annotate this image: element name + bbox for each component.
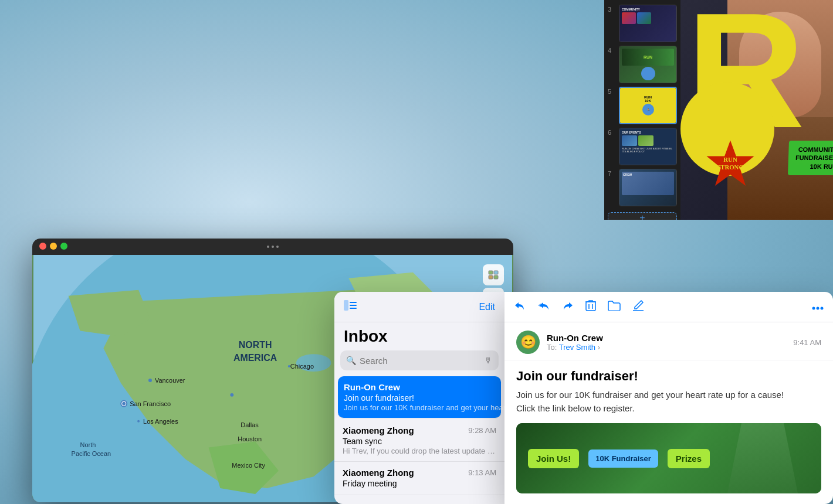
slide-item-6[interactable]: 6 OUR EVENTS RUN-ON CREW ISN'T JUST ABOU…: [608, 128, 677, 165]
slide-thumb-3[interactable]: COMMUNITY: [619, 5, 677, 42]
prizes-badge: Prizes: [668, 449, 710, 468]
mail-datetime: 9:41 AM: [793, 338, 821, 347]
mail-image-preview: Join Us! 10K Fundraiser Prizes: [516, 423, 821, 493]
slide-number-7: 7: [608, 169, 616, 177]
svg-point-37: [812, 307, 815, 310]
mail-sidebar-header: Edit: [334, 292, 504, 322]
community-fundraiser-text: COMMUNITYFUNDRAISER10K RUN: [788, 141, 833, 175]
search-icon: 🔍: [346, 356, 356, 365]
sender-name: Run-On Crew: [547, 333, 603, 343]
recipient-name[interactable]: Trev Smith: [559, 343, 595, 352]
slide-number-6: 6: [608, 128, 616, 136]
trash-button[interactable]: [585, 299, 596, 314]
preview-image: R COMMUNITYFUNDRAISER10K RUN RUN STRONG: [680, 0, 833, 220]
svg-text:Chicago: Chicago: [290, 363, 314, 370]
svg-text:STRONG: STRONG: [717, 164, 744, 171]
svg-rect-25: [489, 275, 493, 279]
forward-button[interactable]: [562, 300, 574, 314]
mail-sidebar: Edit Inbox 🔍 🎙 Run-On Crew 9:41 AM Join …: [334, 292, 504, 504]
sidebar-toggle-button[interactable]: [344, 300, 357, 314]
slide-item-4[interactable]: 4 RUN: [608, 46, 677, 83]
svg-point-39: [821, 307, 824, 310]
slide3-community-label: COMMUNITY: [622, 8, 674, 11]
svg-text:North: North: [80, 441, 96, 448]
sender-to: To: Trev Smith ›: [547, 343, 603, 352]
svg-rect-23: [489, 271, 493, 274]
svg-rect-32: [586, 302, 595, 311]
svg-point-14: [137, 420, 140, 423]
mail-item-0[interactable]: Run-On Crew 9:41 AM Join our fundraiser!…: [338, 376, 501, 418]
slide-item-3[interactable]: 3 COMMUNITY: [608, 5, 677, 42]
inbox-title: Inbox: [334, 322, 504, 350]
reply-button[interactable]: [514, 300, 526, 314]
dot2: [272, 246, 274, 248]
reply-all-button[interactable]: [537, 300, 550, 314]
slide-thumb-5[interactable]: RUN 10K 🏃: [619, 87, 677, 124]
mail-preview-1: Hi Trev, If you could drop the latest up…: [343, 447, 496, 455]
mail-detail-subject: Join our fundraiser!: [504, 360, 833, 389]
slides-list: 3 COMMUNITY 4 RUN: [604, 0, 680, 220]
slide-thumb-6[interactable]: OUR EVENTS RUN-ON CREW ISN'T JUST ABOUT …: [619, 128, 677, 165]
svg-rect-26: [494, 275, 498, 279]
body-line1: Join us for our 10K fundraiser and get y…: [516, 390, 784, 400]
minimize-button[interactable]: [50, 243, 57, 250]
mail-detail-body: Join us for our 10K fundraiser and get y…: [504, 389, 833, 415]
map-titlebar: [32, 239, 513, 255]
add-slide-button[interactable]: +: [608, 212, 677, 220]
mail-subject-1: Team sync: [343, 437, 496, 446]
map-window-dots: [39, 246, 506, 248]
slides-panel: 3 COMMUNITY 4 RUN: [604, 0, 833, 220]
mail-subject-2: Friday meeting: [343, 479, 496, 488]
svg-text:RUN: RUN: [723, 156, 737, 163]
compose-button[interactable]: [632, 299, 644, 314]
folder-button[interactable]: [608, 300, 621, 314]
svg-text:Mexico City: Mexico City: [232, 462, 265, 469]
dot3: [276, 246, 279, 248]
svg-rect-29: [350, 302, 357, 303]
mail-time-1: 9:28 AM: [468, 426, 496, 435]
dot1: [267, 246, 269, 248]
slide-number-5: 5: [608, 87, 616, 95]
sender-avatar: 😊: [516, 331, 540, 354]
10k-fundraiser-badge: 10K Fundraiser: [588, 449, 658, 468]
svg-point-12: [122, 402, 126, 406]
svg-text:AMERICA: AMERICA: [233, 353, 277, 363]
map-style-button[interactable]: [483, 264, 504, 285]
search-input[interactable]: [360, 356, 481, 366]
svg-point-10: [230, 393, 233, 397]
slide-item-7[interactable]: 7 CREW: [608, 169, 677, 206]
slide-item-5[interactable]: 5 RUN 10K 🏃: [608, 87, 677, 124]
svg-point-8: [148, 379, 152, 382]
svg-rect-31: [350, 308, 357, 309]
slide4-run-label: RUN: [644, 55, 652, 59]
slide-number-4: 4: [608, 46, 616, 54]
svg-text:Houston: Houston: [238, 435, 262, 442]
mail-sender-0: Run-On Crew: [344, 382, 400, 392]
mail-detail-header: 😊 Run-On Crew To: Trev Smith › 9:41 AM: [504, 322, 833, 360]
svg-point-38: [817, 307, 820, 310]
more-options-button[interactable]: [812, 301, 824, 313]
maximize-button[interactable]: [60, 243, 67, 250]
svg-rect-28: [344, 300, 348, 311]
slide-thumb-4[interactable]: RUN: [619, 46, 677, 83]
window-controls: [39, 243, 67, 250]
svg-rect-30: [350, 305, 357, 306]
mail-detail-panel: 😊 Run-On Crew To: Trev Smith › 9:41 AM J…: [504, 292, 833, 504]
run-strong-badge: RUN STRONG: [704, 138, 757, 190]
slide-big-preview: R COMMUNITYFUNDRAISER10K RUN RUN STRONG: [680, 0, 833, 220]
svg-text:Dallas: Dallas: [241, 421, 259, 428]
mail-item-1[interactable]: Xiaomeng Zhong 9:28 AM Team sync Hi Trev…: [334, 420, 504, 462]
avatar-emoji: 😊: [520, 335, 536, 350]
mail-edit-button[interactable]: Edit: [479, 302, 495, 312]
svg-text:San Francisco: San Francisco: [130, 400, 171, 407]
svg-rect-24: [494, 271, 498, 274]
mail-item-2[interactable]: Xiaomeng Zhong 9:13 AM Friday meeting: [334, 462, 504, 495]
mail-search-bar[interactable]: 🔍 🎙: [340, 350, 499, 370]
mail-preview-0: Join us for our 10K fundraiser and get y…: [344, 403, 504, 412]
slide6-events-label: OUR EVENTS: [622, 131, 674, 134]
svg-text:NORTH: NORTH: [239, 340, 272, 350]
slide5-10k-label: 10K: [645, 99, 651, 103]
mail-subject-0: Join our fundraiser!: [344, 393, 504, 403]
close-button[interactable]: [39, 243, 46, 250]
slide-thumb-7[interactable]: CREW: [619, 169, 677, 206]
